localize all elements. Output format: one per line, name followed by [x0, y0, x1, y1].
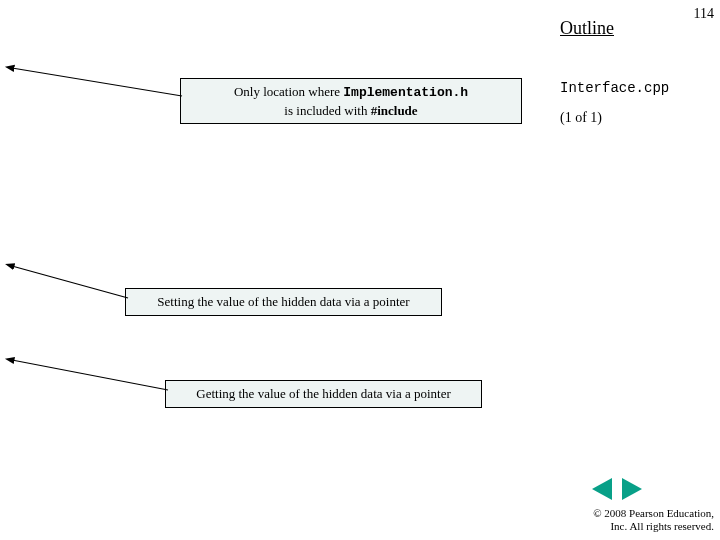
prev-slide-button[interactable]: [592, 478, 612, 500]
arrow-icon: [0, 60, 200, 120]
callout-include-location: Only location where Implementation.h is …: [180, 78, 522, 124]
outline-heading: Outline: [560, 18, 614, 39]
page-number: 114: [694, 6, 714, 22]
source-file-name: Interface.cpp: [560, 80, 669, 96]
copyright: © 2008 Pearson Education, Inc. All right…: [593, 507, 714, 535]
svg-line-1: [12, 266, 128, 298]
callout-set-pointer: Setting the value of the hidden data via…: [125, 288, 442, 316]
callout-code: Implementation.h: [343, 85, 468, 100]
callout-keyword: #include: [371, 103, 418, 118]
page-range: (1 of 1): [560, 110, 602, 126]
svg-line-0: [12, 68, 182, 96]
callout-text: Only location where: [234, 84, 343, 99]
svg-line-2: [12, 360, 168, 390]
next-slide-button[interactable]: [622, 478, 642, 500]
slide: 114 Outline Interface.cpp (1 of 1) Only …: [0, 0, 720, 540]
copyright-line: Inc. All rights reserved.: [593, 520, 714, 534]
slide-nav: [592, 478, 642, 500]
callout-get-pointer: Getting the value of the hidden data via…: [165, 380, 482, 408]
callout-text: is included with: [284, 103, 370, 118]
copyright-line: © 2008 Pearson Education,: [593, 507, 714, 521]
